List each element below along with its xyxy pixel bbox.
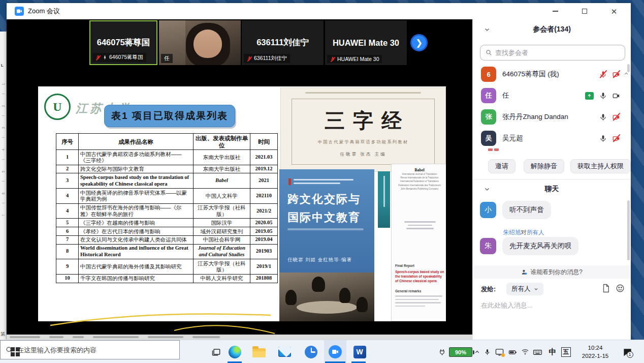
muted-mic-icon bbox=[330, 56, 335, 62]
camera-off-icon[interactable] bbox=[613, 135, 620, 142]
touch-keyboard-icon[interactable] bbox=[531, 340, 543, 363]
book2-authors: 任晓霏 刘婧 金红艳等·编著 bbox=[287, 257, 352, 263]
avatar: 小 bbox=[480, 202, 496, 218]
taskbar-mail[interactable] bbox=[273, 340, 296, 363]
taskbar-clock-app[interactable] bbox=[300, 340, 322, 363]
taskbar-word[interactable]: W bbox=[348, 340, 371, 363]
table-row: 9中国古代蒙学典籍的海外传播及其影响研究江苏大学学报（社科版）2019/1 bbox=[56, 259, 278, 275]
journal-page-babel: Babel International Journal of Translati… bbox=[391, 164, 446, 321]
journal-section2: General remarks bbox=[395, 289, 421, 293]
zoom-app-icon bbox=[15, 7, 24, 16]
chat-message-input[interactable]: 在此处输入消息... bbox=[481, 301, 618, 310]
wifi-icon[interactable] bbox=[520, 340, 530, 363]
participant-search-input[interactable] bbox=[495, 49, 620, 56]
window-title: Zoom 会议 bbox=[28, 7, 60, 16]
battery-tray-icon[interactable] bbox=[507, 340, 518, 363]
ruler-corner-mark: L bbox=[1, 63, 4, 68]
muted-mic-icon bbox=[95, 55, 101, 60]
participant-row[interactable]: 吴 吴元超 bbox=[477, 128, 624, 148]
book-spine bbox=[378, 171, 390, 228]
taskbar-search-input[interactable] bbox=[17, 346, 174, 354]
camera-on-icon[interactable] bbox=[613, 92, 620, 100]
video-tile-1[interactable]: 646075蒋尊国 646075蒋尊国 bbox=[89, 20, 157, 65]
camera-off-icon[interactable] bbox=[613, 71, 620, 78]
desktop-background: L 1 2 3 4 5 6 7 第 Zoom 会议 ✕ bbox=[0, 0, 644, 363]
time: 10:24 bbox=[588, 344, 603, 352]
journal-section1: Final Report bbox=[395, 264, 414, 267]
microphone-tray-icon[interactable] bbox=[482, 340, 492, 363]
book1-authors: 任晓霏 张杰 主编 bbox=[280, 152, 446, 158]
book2-cover-photo bbox=[279, 273, 374, 321]
video-tile-2[interactable]: 任 bbox=[159, 20, 241, 65]
send-to-dropdown[interactable]: 所有人 bbox=[506, 283, 543, 295]
notification-center-button[interactable]: 1 bbox=[619, 345, 636, 358]
table-row: 3Speech-corpus based study on the transl… bbox=[56, 173, 278, 189]
muted-mic-icon[interactable] bbox=[599, 71, 607, 78]
table-row: 10千字文在韩国的传播与影响研究中韩人文科学研究201808 bbox=[56, 274, 278, 283]
invite-button[interactable]: 邀请 bbox=[488, 159, 516, 173]
clock-icon bbox=[305, 346, 317, 358]
taskbar-explorer[interactable] bbox=[248, 340, 270, 363]
chat-title: 聊天 bbox=[545, 185, 559, 194]
chat-scrollbar[interactable] bbox=[627, 200, 630, 260]
zoom-camera-icon bbox=[329, 345, 342, 358]
table-row: 5《三字经》在越南的传播与影响国际汉学2020.05 bbox=[56, 219, 278, 227]
chevron-up-icon[interactable] bbox=[624, 71, 629, 76]
word-status-fragment: 第 bbox=[1, 331, 5, 338]
screen-share-icon bbox=[585, 92, 594, 100]
maximize-button[interactable] bbox=[577, 5, 592, 17]
edge-icon bbox=[229, 346, 241, 358]
tray-expand-button[interactable] bbox=[472, 340, 481, 363]
chevron-down-icon[interactable] bbox=[484, 186, 490, 192]
university-logo: U bbox=[44, 94, 71, 120]
shared-screen-slide: U 江苏大学 表1 项目已取得成果列表 序号成果作品名称 出版、发表或制作单位时… bbox=[38, 86, 446, 321]
taskbar-edge[interactable] bbox=[223, 340, 246, 363]
chevron-down-icon bbox=[534, 287, 538, 291]
participant-row[interactable]: 6 646075蒋尊国 (我) bbox=[477, 64, 624, 84]
mic-on-icon[interactable] bbox=[599, 113, 607, 121]
mic-on-icon[interactable] bbox=[599, 92, 607, 100]
battery-level-indicator[interactable]: 90% bbox=[449, 347, 472, 357]
power-plug-icon bbox=[437, 340, 447, 363]
minimize-button[interactable] bbox=[548, 5, 563, 17]
book1-subtitle: 中国古代蒙学典籍双语多功能系列教材 bbox=[280, 139, 446, 145]
participant-search-box[interactable] bbox=[480, 45, 625, 60]
video-tile-4[interactable]: HUAWEI Mate 30 HUAWEI Mate 30 bbox=[325, 20, 407, 65]
video-tile-3[interactable]: 636111刘佳宁 636111刘佳宁 bbox=[242, 20, 324, 65]
camera-off-icon[interactable] bbox=[613, 113, 620, 121]
mail-icon bbox=[278, 347, 291, 357]
participant-row[interactable]: 张 张丹丹Zhang Dandan bbox=[477, 107, 624, 127]
screen-share-tray-icon[interactable] bbox=[494, 340, 505, 363]
folder-icon bbox=[252, 348, 266, 357]
emoji-icon[interactable] bbox=[616, 284, 625, 293]
windows-taskbar: W 90% bbox=[0, 340, 644, 363]
chevron-down-icon[interactable] bbox=[484, 26, 490, 33]
participants-title: 参会者(134) bbox=[533, 25, 571, 34]
ime-mode-indicator[interactable]: 五 bbox=[560, 340, 572, 363]
next-page-arrow-button[interactable]: ❯ bbox=[410, 34, 428, 51]
unmute-button[interactable]: 解除静音 bbox=[524, 159, 564, 173]
avatar: 张 bbox=[481, 109, 496, 125]
mic-on-icon[interactable] bbox=[599, 135, 607, 142]
taskbar-zoom[interactable] bbox=[324, 340, 346, 363]
close-button[interactable]: ✕ bbox=[606, 5, 622, 17]
claim-host-button[interactable]: 获取主持人权限 bbox=[570, 159, 631, 173]
table-header-row: 序号成果作品名称 出版、发表或制作单位时间 bbox=[56, 134, 278, 150]
taskbar-clock[interactable]: 10:24 2022-1-15 bbox=[576, 344, 615, 360]
slide-banner: 表1 项目已取得成果列表 bbox=[104, 105, 235, 127]
participant-row[interactable]: 任 任 bbox=[477, 85, 624, 106]
participants-header: 参会者(134) bbox=[473, 23, 631, 36]
table-row: 8World dissemination and influence of th… bbox=[56, 244, 278, 259]
chat-sender-line: 朱绍旭对所有人 bbox=[503, 229, 544, 236]
avatar: 6 bbox=[481, 67, 496, 82]
book1-title: 三字经 bbox=[280, 107, 446, 135]
chat-message: 先开麦克风再关闭呗 bbox=[502, 237, 578, 255]
taskbar-search-box[interactable] bbox=[0, 340, 180, 359]
file-icon[interactable] bbox=[601, 284, 610, 293]
ime-language-indicator[interactable]: 中 bbox=[548, 340, 558, 363]
meeting-stage: 646075蒋尊国 646075蒋尊国 任 63611 bbox=[7, 19, 472, 340]
send-to-row: 发给: 所有人 bbox=[473, 283, 631, 296]
results-table: 序号成果作品名称 出版、发表或制作单位时间 1中国古代蒙学典籍双语多功能系列教材… bbox=[56, 133, 278, 283]
avatar: 朱 bbox=[480, 238, 496, 254]
table-row: 6《孝经》在古代日本的传播与影响域外汉籍研究集刊2019.05 bbox=[56, 227, 278, 236]
